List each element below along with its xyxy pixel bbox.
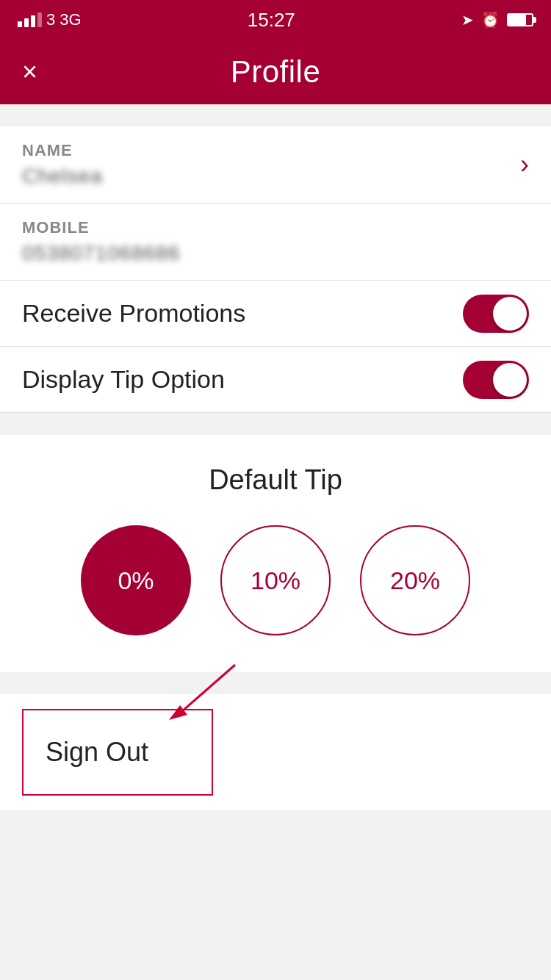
display-tip-toggle[interactable] xyxy=(463,361,529,399)
mobile-label: MOBILE xyxy=(22,218,529,237)
signal-icon xyxy=(18,12,42,27)
receive-promotions-toggle[interactable] xyxy=(463,295,529,333)
status-right: ➤ ⏰ xyxy=(461,11,533,29)
close-button[interactable]: × xyxy=(22,59,37,85)
sign-out-button[interactable]: Sign Out xyxy=(22,709,213,796)
battery-icon xyxy=(507,13,533,26)
default-tip-title: Default Tip xyxy=(22,464,529,496)
tip-10-label: 10% xyxy=(251,566,300,595)
receive-promotions-label: Receive Promotions xyxy=(22,299,245,328)
tip-10-button[interactable]: 10% xyxy=(220,525,331,635)
tip-20-button[interactable]: 20% xyxy=(360,525,470,635)
page-title: Profile xyxy=(231,54,321,90)
mobile-value: 0538071068686 xyxy=(22,242,529,265)
display-tip-label: Display Tip Option xyxy=(22,365,225,394)
sign-out-label: Sign Out xyxy=(46,737,148,767)
sign-out-section: Sign Out xyxy=(0,694,551,810)
display-tip-row: Display Tip Option xyxy=(0,347,551,413)
status-left: 3 3G xyxy=(18,10,82,29)
tip-0-button[interactable]: 0% xyxy=(81,525,191,635)
alarm-icon: ⏰ xyxy=(481,11,500,29)
receive-promotions-row: Receive Promotions xyxy=(0,281,551,347)
default-tip-section: Default Tip 0% 10% 20% xyxy=(0,435,551,672)
name-value: Chelsea xyxy=(22,165,529,188)
tip-0-label: 0% xyxy=(118,566,154,595)
bottom-spacer xyxy=(0,810,551,980)
name-section: NAME Chelsea MOBILE 0538071068686 Receiv… xyxy=(0,126,551,413)
network-label: 3G xyxy=(60,10,81,29)
time-label: 15:27 xyxy=(248,9,295,32)
close-icon: × xyxy=(22,57,37,87)
header: × Profile xyxy=(0,40,551,104)
mobile-row[interactable]: MOBILE 0538071068686 xyxy=(0,203,551,281)
name-label: NAME xyxy=(22,141,529,160)
top-spacer xyxy=(0,104,551,126)
carrier-label: 3 xyxy=(46,10,55,29)
location-icon: ➤ xyxy=(461,11,474,29)
toggle-knob-tip xyxy=(493,363,527,397)
name-row[interactable]: NAME Chelsea xyxy=(0,126,551,203)
annotation-wrapper: Sign Out xyxy=(0,694,551,810)
toggle-knob xyxy=(493,297,527,331)
tip-options: 0% 10% 20% xyxy=(22,525,529,635)
status-bar: 3 3G 15:27 ➤ ⏰ xyxy=(0,0,551,40)
tip-20-label: 20% xyxy=(390,566,440,595)
